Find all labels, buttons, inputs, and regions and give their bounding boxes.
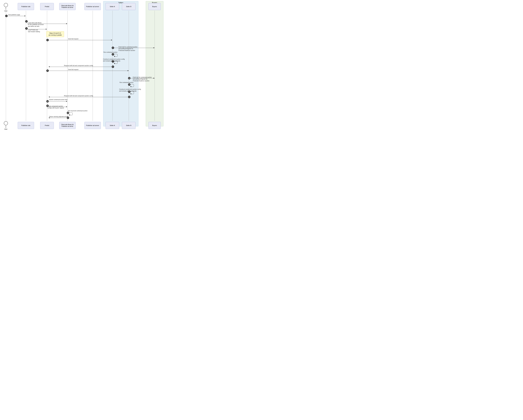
prebid-box-top: Prebid [40, 3, 54, 10]
user-figure-bottom: User [4, 121, 8, 130]
step-8-circle: 8 [112, 65, 114, 68]
step-4-circle: 4 [46, 39, 49, 41]
step-6-circle: 6 [112, 53, 114, 56]
client-side-lib-box-bottom: Client-side library for Publisher ad ser… [59, 122, 76, 129]
diagram-container: Sellers Buyers User Publisher site Prebi… [0, 0, 169, 131]
buyers-box-top: Buyers [148, 3, 161, 10]
step-14-circle: 14 [46, 100, 49, 103]
step-2-circle: 2 [25, 20, 28, 23]
user-figure-top: User [4, 3, 8, 12]
seller-b-box-top: Seller B [122, 3, 136, 10]
parallel-note: Steps 4-8 and 9-13 are running in parall… [46, 31, 64, 37]
seller-b-box-bottom: Seller B [122, 122, 136, 129]
step-7-circle: 7 [112, 60, 114, 63]
step-9-label: Send bid request [68, 69, 78, 70]
sellers-group-bg: Sellers [103, 1, 138, 126]
step-6-self-loop [114, 54, 118, 57]
user-icon-top [4, 3, 8, 7]
user-icon-bottom [4, 121, 8, 125]
seller-a-box-top: Seller A [106, 3, 119, 10]
buyers-box-bottom: Buyers [148, 122, 161, 129]
publisher-ad-server-box-bottom: Publisher ad server [84, 122, 101, 129]
step-15-label: Share component auction configs with buy… [48, 104, 64, 109]
step-12-circle: 12 [128, 90, 131, 93]
step-1-label: Visit publisher page [8, 14, 20, 16]
step-5-label: Fetch bid for contextual auction and per… [118, 44, 138, 51]
step-4-arrow [49, 40, 112, 40]
step-3-label: Load Prebid and start header bidding [28, 27, 40, 32]
step-5-circle: 5 [112, 47, 114, 49]
step-13-circle: 13 [128, 96, 131, 98]
step-11-label: Run contextual auction [120, 82, 133, 83]
publisher-site-box-top: Publisher site [18, 3, 34, 10]
step-11-circle: 11 [128, 83, 131, 86]
step-9-circle: 9 [46, 69, 49, 72]
user-body-top [6, 7, 6, 10]
step-10-label: Fetch bid for contextual auction and per… [133, 75, 152, 82]
step-11-self-loop [131, 84, 134, 87]
step-6-run-label: Run contextual auction [104, 51, 117, 53]
step-13-label: Respond with bid and component auction c… [64, 95, 93, 97]
step-1-circle: 1 [5, 15, 8, 17]
user-lifeline [6, 11, 6, 121]
publisher-ad-server-box-top: Publisher ad server [84, 3, 101, 10]
step-8-arrow [49, 67, 112, 67]
user-body-bottom [6, 125, 6, 128]
step-15-circle: 15 [46, 105, 49, 107]
publisher-site-box-bottom: Publisher site [18, 122, 34, 129]
user-label-bottom: User [4, 128, 8, 130]
step-16-circle: 16 [67, 112, 69, 114]
step-12-self-loop [131, 91, 134, 94]
client-side-lib-box-top: Client-side library for Publisher ad ser… [59, 3, 76, 10]
step-16-self-loop [69, 113, 73, 115]
buyers-lifeline [155, 11, 155, 121]
step-8-label: Respond with bid and component auction c… [64, 65, 93, 66]
seller-a-box-bottom: Seller A [106, 122, 119, 129]
step-14-label: Submit contextual auction bids [49, 99, 67, 100]
step-9-arrow [49, 71, 129, 71]
step-16-label: Run top-level contextual auction [68, 110, 87, 112]
prebid-box-bottom: Prebid [40, 122, 54, 129]
step-4-label: Send bid request [68, 38, 78, 40]
step-7-self-loop [114, 61, 118, 64]
step-2-label: Load client-side library for the publish… [28, 20, 44, 27]
step-17-label: Return winning adjusted ad bid [49, 116, 68, 117]
step-3-circle: 3 [25, 27, 28, 30]
step-10-circle: 10 [128, 77, 131, 79]
step-17-circle: 17 [67, 117, 69, 119]
